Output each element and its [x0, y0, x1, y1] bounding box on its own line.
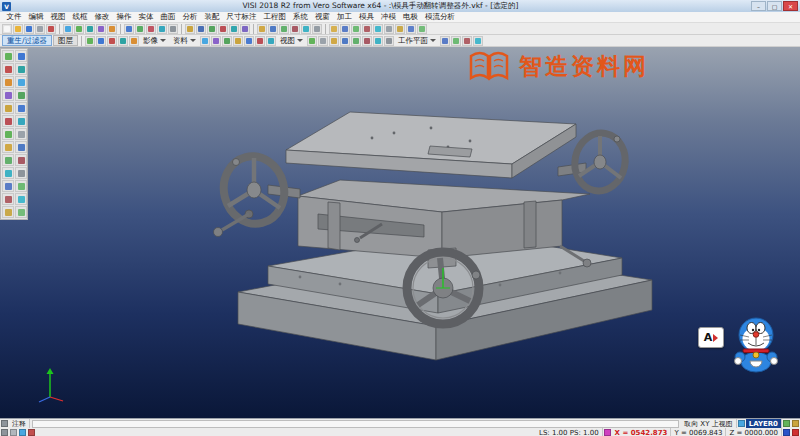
toolbar-icon[interactable] — [85, 24, 95, 34]
toolbar-icon[interactable] — [406, 24, 416, 34]
close-button[interactable]: ✕ — [783, 1, 798, 11]
toolbar-icon[interactable] — [185, 24, 195, 34]
toolbar-icon[interactable] — [2, 115, 14, 127]
toolbar-icon[interactable] — [240, 24, 250, 34]
toolbar-icon[interactable] — [340, 36, 350, 46]
toolbar-icon[interactable] — [229, 24, 239, 34]
toolbar-icon[interactable] — [96, 36, 106, 46]
toolbar-icon[interactable] — [329, 24, 339, 34]
toolbar-icon[interactable] — [257, 24, 267, 34]
toolbar-icon[interactable] — [2, 102, 14, 114]
toolbar-icon[interactable] — [24, 24, 34, 34]
toolbar-icon[interactable] — [2, 180, 14, 192]
tab-regen-filter[interactable]: 重生/过滤器 — [2, 35, 52, 46]
toolbar-icon[interactable] — [2, 167, 14, 179]
toolbar-icon[interactable] — [301, 24, 311, 34]
toolbar-icon[interactable] — [129, 36, 139, 46]
toolbar-icon[interactable] — [384, 24, 394, 34]
toolbar-icon[interactable] — [46, 24, 56, 34]
toolbar-icon[interactable] — [451, 36, 461, 46]
menu-item[interactable]: 修改 — [91, 12, 113, 22]
toolbar-icon[interactable] — [207, 24, 217, 34]
menu-item[interactable]: 电极 — [400, 12, 422, 22]
menu-item[interactable]: 操作 — [113, 12, 135, 22]
toolbar-icon[interactable] — [15, 206, 27, 218]
toolbar-icon[interactable] — [146, 24, 156, 34]
toolbar-icon[interactable] — [15, 167, 27, 179]
toolbar-icon[interactable] — [2, 24, 12, 34]
menu-item[interactable]: 装配 — [201, 12, 223, 22]
menu-item[interactable]: 冲模 — [378, 12, 400, 22]
menu-item[interactable]: 系统 — [290, 12, 312, 22]
toolbar-icon[interactable] — [473, 36, 483, 46]
toolbar-icon[interactable] — [307, 36, 317, 46]
section-view-dropdown[interactable]: 视图 — [277, 36, 306, 46]
section-workplane-dropdown[interactable]: 工作平面 — [395, 36, 439, 46]
toolbar-icon[interactable] — [15, 89, 27, 101]
toolbar-icon[interactable] — [318, 36, 328, 46]
toolbar-icon[interactable] — [351, 36, 361, 46]
cad-model[interactable] — [0, 47, 800, 418]
toolbar-icon[interactable] — [15, 193, 27, 205]
menu-item[interactable]: 尺寸标注 — [223, 12, 260, 22]
toolbar-icon[interactable] — [15, 180, 27, 192]
toolbar-icon[interactable] — [200, 36, 210, 46]
toolbar-icon[interactable] — [96, 24, 106, 34]
toolbar-icon[interactable] — [351, 24, 361, 34]
toolbar-icon[interactable] — [13, 24, 23, 34]
toolbar-icon[interactable] — [384, 36, 394, 46]
toolbar-icon[interactable] — [107, 24, 117, 34]
toolbar-icon[interactable] — [329, 36, 339, 46]
orientation-status[interactable]: 取向 XY 上视图 — [681, 419, 737, 428]
toolbar-icon[interactable] — [440, 36, 450, 46]
menu-item[interactable]: 实体 — [135, 12, 157, 22]
toolbar-icon[interactable] — [2, 76, 14, 88]
toolbar-icon[interactable] — [268, 24, 278, 34]
tab-layers[interactable]: 图层 — [53, 35, 78, 46]
toolbar-icon[interactable] — [2, 154, 14, 166]
toolbar-icon[interactable] — [2, 128, 14, 140]
toolbar-icon[interactable] — [15, 102, 27, 114]
toolbar-icon[interactable] — [266, 36, 276, 46]
toolbar-icon[interactable] — [373, 36, 383, 46]
toolbar-icon[interactable] — [74, 24, 84, 34]
toolbar-icon[interactable] — [2, 193, 14, 205]
toolbar-icon[interactable] — [15, 76, 27, 88]
toolbar-icon[interactable] — [362, 24, 372, 34]
toolbar-icon[interactable] — [244, 36, 254, 46]
toolbar-icon[interactable] — [15, 141, 27, 153]
menu-item[interactable]: 视图 — [47, 12, 69, 22]
toolbar-icon[interactable] — [15, 128, 27, 140]
toolbar-icon[interactable] — [85, 36, 95, 46]
menu-item[interactable]: 线框 — [69, 12, 91, 22]
toolbar-icon[interactable] — [196, 24, 206, 34]
toolbar-icon[interactable] — [2, 50, 14, 62]
toolbar-icon[interactable] — [312, 24, 322, 34]
toolbar-icon[interactable] — [15, 63, 27, 75]
toolbar-icon[interactable] — [362, 36, 372, 46]
toolbar-icon[interactable] — [340, 24, 350, 34]
toolbar-icon[interactable] — [279, 24, 289, 34]
menu-item[interactable]: 视窗 — [312, 12, 334, 22]
toolbar-icon[interactable] — [218, 24, 228, 34]
minimize-button[interactable]: – — [751, 1, 766, 11]
toolbar-icon[interactable] — [233, 36, 243, 46]
toolbar-icon[interactable] — [290, 24, 300, 34]
maximize-button[interactable]: ▢ — [767, 1, 782, 11]
menu-item[interactable]: 加工 — [334, 12, 356, 22]
toolbar-icon[interactable] — [35, 24, 45, 34]
toolbar-icon[interactable] — [63, 24, 73, 34]
viewport-3d[interactable]: 智造资料网 A — [0, 47, 800, 418]
menu-item[interactable]: 编辑 — [25, 12, 47, 22]
toolbar-icon[interactable] — [2, 63, 14, 75]
ime-language-badge[interactable]: A — [698, 327, 724, 348]
toolbar-icon[interactable] — [395, 24, 405, 34]
toolbar-icon[interactable] — [15, 50, 27, 62]
toolbar-icon[interactable] — [15, 115, 27, 127]
menu-item[interactable]: 分析 — [179, 12, 201, 22]
toolbar-icon[interactable] — [2, 141, 14, 153]
toolbar-icon[interactable] — [373, 24, 383, 34]
menu-item[interactable]: 模具 — [356, 12, 378, 22]
doraemon-sticker[interactable] — [726, 315, 786, 373]
annotation-field[interactable] — [32, 420, 679, 428]
